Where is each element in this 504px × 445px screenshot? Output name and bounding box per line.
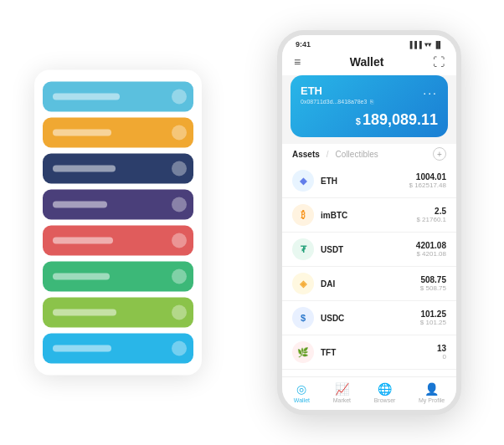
scene: 9:41 ▐▐▐ ▾▾ ▐▌ ≡ Wallet ⛶ ETH ... 0x0871… xyxy=(18,13,486,432)
asset-primary-amount: 101.25 xyxy=(420,309,446,319)
eth-card-top: ETH ... xyxy=(301,84,438,97)
time-label: 9:41 xyxy=(296,40,311,49)
asset-name-usdt: USDT xyxy=(321,245,416,254)
asset-primary-amount: 1004.01 xyxy=(409,172,447,182)
asset-amounts-eth: 1004.01$ 162517.48 xyxy=(409,172,447,189)
tab-assets[interactable]: Assets xyxy=(292,150,320,159)
nav-label-browser: Browser xyxy=(374,397,396,403)
nav-icon-browser: 🌐 xyxy=(378,382,392,396)
back-panel xyxy=(34,70,202,376)
asset-icon-dai: ◈ xyxy=(292,273,314,294)
asset-name-dai: DAI xyxy=(321,279,420,289)
asset-secondary-amount: 0 xyxy=(437,353,446,361)
asset-secondary-amount: $ 21760.1 xyxy=(416,216,446,223)
hamburger-icon[interactable]: ≡ xyxy=(294,55,301,69)
phone-header: ≡ Wallet ⛶ xyxy=(282,50,456,75)
expand-icon[interactable]: ⛶ xyxy=(433,55,445,69)
asset-primary-amount: 2.5 xyxy=(416,207,446,216)
nav-icon-my-profile: 👤 xyxy=(424,382,439,396)
asset-name-imbtc: imBTC xyxy=(321,211,416,220)
nav-item-my-profile[interactable]: 👤My Profile xyxy=(419,382,445,403)
card-row-0[interactable] xyxy=(43,82,193,112)
card-row-7[interactable] xyxy=(43,334,193,364)
phone: 9:41 ▐▐▐ ▾▾ ▐▌ ≡ Wallet ⛶ ETH ... 0x0871… xyxy=(277,30,461,415)
nav-icon-market: 📈 xyxy=(335,382,349,396)
copy-icon[interactable]: ⎘ xyxy=(370,99,373,105)
assets-header: Assets / Collectibles + xyxy=(282,144,456,164)
status-bar: 9:41 ▐▐▐ ▾▾ ▐▌ xyxy=(282,35,456,50)
asset-amounts-dai: 508.75$ 508.75 xyxy=(420,275,446,292)
card-row-3[interactable] xyxy=(43,190,193,220)
card-row-1[interactable] xyxy=(43,118,193,148)
dollar-sign: $ xyxy=(356,116,361,126)
nav-label-market: Market xyxy=(333,397,351,403)
nav-item-browser[interactable]: 🌐Browser xyxy=(374,382,396,403)
tab-divider: / xyxy=(327,150,329,159)
nav-label-my-profile: My Profile xyxy=(419,397,445,403)
asset-secondary-amount: $ 4201.08 xyxy=(416,250,446,258)
asset-icon-tft: 🌿 xyxy=(292,341,314,363)
asset-amounts-usdc: 101.25$ 101.25 xyxy=(420,309,446,326)
asset-item-eth[interactable]: ◆ETH1004.01$ 162517.48 xyxy=(282,164,456,198)
nav-icon-wallet: ◎ xyxy=(296,382,306,396)
asset-amounts-imbtc: 2.5$ 21760.1 xyxy=(416,207,446,223)
nav-item-wallet[interactable]: ◎Wallet xyxy=(294,382,310,403)
asset-list: ◆ETH1004.01$ 162517.48₿imBTC2.5$ 21760.1… xyxy=(282,164,456,376)
signal-icon: ▐▐▐ xyxy=(408,41,422,49)
asset-primary-amount: 508.75 xyxy=(420,275,446,284)
assets-tabs: Assets / Collectibles xyxy=(292,150,378,159)
eth-amount: $189,089.11 xyxy=(301,111,438,129)
nav-item-market[interactable]: 📈Market xyxy=(333,382,351,403)
bottom-nav: ◎Wallet📈Market🌐Browser👤My Profile xyxy=(282,376,456,410)
asset-name-tft: TFT xyxy=(321,348,437,357)
header-title: Wallet xyxy=(350,55,384,69)
eth-symbol: ETH xyxy=(301,84,322,97)
asset-icon-usdc: $ xyxy=(292,307,314,329)
card-row-2[interactable] xyxy=(43,154,193,184)
asset-secondary-amount: $ 508.75 xyxy=(420,284,446,292)
asset-item-usdt[interactable]: ₮USDT4201.08$ 4201.08 xyxy=(282,233,456,267)
eth-card[interactable]: ETH ... 0x08711d3d...8418a78e3 ⎘ $189,08… xyxy=(291,75,448,137)
eth-address: 0x08711d3d...8418a78e3 ⎘ xyxy=(301,99,438,105)
card-row-6[interactable] xyxy=(43,298,193,328)
asset-name-usdc: USDC xyxy=(321,314,420,323)
asset-secondary-amount: $ 162517.48 xyxy=(409,182,447,189)
card-row-4[interactable] xyxy=(43,226,193,256)
asset-icon-usdt: ₮ xyxy=(292,238,314,260)
asset-amounts-usdt: 4201.08$ 4201.08 xyxy=(416,241,446,258)
tab-collectibles[interactable]: Collectibles xyxy=(336,150,378,159)
asset-icon-imbtc: ₿ xyxy=(292,204,314,226)
asset-amounts-tft: 130 xyxy=(437,344,446,361)
asset-primary-amount: 4201.08 xyxy=(416,241,446,250)
nav-label-wallet: Wallet xyxy=(294,397,310,403)
asset-item-usdc[interactable]: $USDC101.25$ 101.25 xyxy=(282,301,456,335)
battery-icon: ▐▌ xyxy=(434,41,443,49)
asset-item-tft[interactable]: 🌿TFT130 xyxy=(282,335,456,370)
asset-primary-amount: 13 xyxy=(437,344,446,353)
asset-icon-eth: ◆ xyxy=(292,170,314,192)
asset-secondary-amount: $ 101.25 xyxy=(420,319,446,326)
wifi-icon: ▾▾ xyxy=(424,41,431,49)
asset-item-imbtc[interactable]: ₿imBTC2.5$ 21760.1 xyxy=(282,198,456,233)
eth-card-menu[interactable]: ... xyxy=(423,84,438,97)
add-asset-button[interactable]: + xyxy=(433,147,446,161)
status-icons: ▐▐▐ ▾▾ ▐▌ xyxy=(408,41,443,49)
card-row-5[interactable] xyxy=(43,262,193,292)
asset-item-dai[interactable]: ◈DAI508.75$ 508.75 xyxy=(282,267,456,301)
asset-name-eth: ETH xyxy=(321,176,409,186)
